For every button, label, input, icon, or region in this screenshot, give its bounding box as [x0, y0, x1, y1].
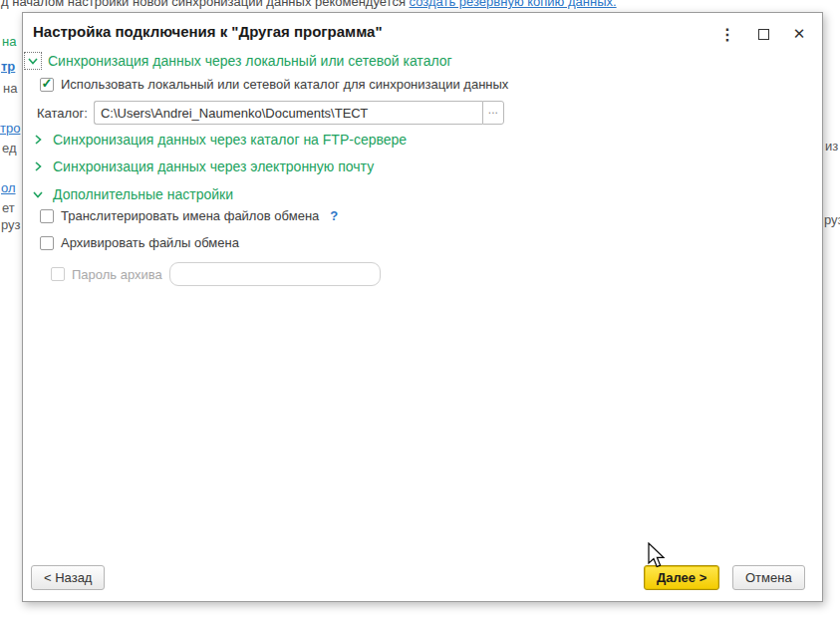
bg-fragment: руз: [824, 212, 840, 227]
checkbox-unchecked[interactable]: [40, 236, 54, 250]
use-local-dir-checkbox-row[interactable]: ✓ Использовать локальный или сетевой кат…: [40, 77, 508, 92]
directory-label: Каталог:: [37, 106, 88, 121]
checkbox-checked[interactable]: ✓: [40, 78, 54, 92]
bg-fragment-link[interactable]: ол: [1, 180, 16, 195]
transliterate-checkbox-row[interactable]: Транслитерировать имена файлов обмена ?: [40, 208, 338, 223]
browse-button[interactable]: ...: [482, 101, 504, 125]
help-link[interactable]: ?: [330, 208, 338, 223]
checkbox-unchecked[interactable]: [40, 209, 54, 223]
checkbox-label: Пароль архива: [72, 267, 162, 282]
background-banner-prefix: д началом настройки новой синхронизации …: [1, 0, 410, 9]
checkbox-label: Архивировать файлы обмена: [61, 235, 239, 250]
bg-fragment: на: [2, 34, 16, 49]
dialog-title: Настройка подключения к "Другая программ…: [33, 23, 383, 40]
connection-settings-dialog: Настройка подключения к "Другая программ…: [22, 12, 823, 602]
section-email-header[interactable]: Синхронизация данных через электронную п…: [31, 158, 374, 174]
bg-fragment: ед: [2, 141, 17, 156]
checkbox-disabled: [51, 267, 65, 281]
bg-fragment: руз: [1, 217, 21, 232]
directory-field-row: Каталог: ...: [37, 101, 504, 125]
screen: д началом настройки новой синхронизации …: [0, 0, 840, 624]
back-button[interactable]: < Назад: [31, 565, 105, 590]
section-local-directory-header[interactable]: Синхронизация данных через локальный или…: [26, 53, 452, 69]
chevron-down-icon[interactable]: [31, 187, 45, 201]
chevron-right-icon[interactable]: [31, 133, 45, 147]
bg-fragment: ет: [2, 200, 15, 215]
checkbox-label: Использовать локальный или сетевой катал…: [61, 77, 508, 92]
maximize-button[interactable]: [752, 23, 774, 45]
section-label: Синхронизация данных через электронную п…: [53, 158, 374, 174]
close-icon[interactable]: ✕: [788, 23, 810, 45]
bg-fragment-link[interactable]: тр: [1, 59, 15, 74]
more-menu-icon[interactable]: ⋮: [716, 23, 738, 45]
section-label: Дополнительные настройки: [53, 186, 233, 202]
section-label: Синхронизация данных через каталог на FT…: [53, 132, 407, 148]
directory-input[interactable]: [94, 101, 482, 125]
next-button[interactable]: Далее >: [644, 565, 719, 590]
window-controls: ⋮ ✕: [716, 23, 810, 45]
section-label: Синхронизация данных через локальный или…: [48, 53, 452, 69]
archive-checkbox-row[interactable]: Архивировать файлы обмена: [40, 235, 239, 250]
cancel-button[interactable]: Отмена: [732, 565, 805, 590]
checkmark-icon: ✓: [42, 77, 53, 90]
bg-fragment-link[interactable]: тро: [0, 121, 20, 136]
bg-fragment: на: [3, 81, 17, 96]
chevron-down-icon[interactable]: [26, 54, 40, 68]
chevron-right-icon[interactable]: [31, 159, 45, 173]
archive-password-input: [169, 262, 381, 286]
checkbox-label: Транслитерировать имена файлов обмена: [61, 208, 319, 223]
section-ftp-header[interactable]: Синхронизация данных через каталог на FT…: [31, 132, 407, 148]
archive-password-row: Пароль архива: [51, 262, 381, 286]
background-banner-text: д началом настройки новой синхронизации …: [1, 0, 617, 9]
maximize-icon: [758, 29, 769, 40]
section-additional-header[interactable]: Дополнительные настройки: [31, 186, 233, 202]
backup-copy-link[interactable]: создать резервную копию данных.: [410, 0, 617, 9]
bg-fragment: из: [825, 139, 838, 154]
